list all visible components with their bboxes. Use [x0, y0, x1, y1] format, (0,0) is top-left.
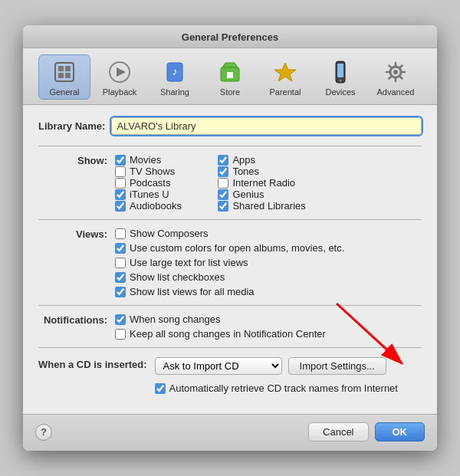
cancel-button[interactable]: Cancel [308, 422, 368, 442]
svg-line-21 [389, 66, 393, 69]
show-tvshows-checkbox[interactable] [115, 166, 126, 177]
cancel-label: Cancel [323, 426, 353, 438]
toolbar-sharing-label: Sharing [160, 87, 189, 97]
import-settings-button[interactable]: Import Settings... [288, 357, 386, 375]
views-largetext-checkbox[interactable] [115, 258, 126, 268]
views-label: Views: [38, 228, 115, 297]
notifications-notificationcenter-label: Keep all song changes in Notification Ce… [130, 328, 326, 340]
notifications-notificationcenter-checkbox[interactable] [115, 329, 126, 340]
views-showcomposers-row: Show Composers [115, 228, 344, 239]
cdinsert-section: When a CD is inserted: Ask to Import CD … [38, 356, 422, 394]
show-col2: Apps Tones Internet Radio Genius [218, 154, 305, 212]
library-name-label: Library Name: [38, 120, 105, 132]
advanced-icon [382, 58, 409, 86]
svg-line-24 [389, 76, 393, 79]
divider-3 [38, 305, 422, 306]
toolbar-devices[interactable]: Devices [314, 54, 366, 100]
content-area: Library Name: Show: Movies TV Shows [23, 105, 437, 408]
toolbar-devices-label: Devices [325, 87, 355, 97]
views-customcolors-checkbox[interactable] [115, 243, 126, 254]
library-name-row: Library Name: [38, 117, 422, 135]
show-itunesu-checkbox[interactable] [115, 189, 126, 200]
show-movies-row: Movies [115, 154, 202, 166]
svg-line-22 [399, 76, 402, 79]
show-apps-row: Apps [218, 154, 305, 166]
toolbar-playback-label: Playback [103, 87, 137, 97]
views-listviewsall-row: Show list views for all media [115, 286, 344, 297]
help-button[interactable]: ? [35, 424, 52, 441]
cdinsert-dropdown[interactable]: Ask to Import CD Import CD Import CD and… [155, 357, 282, 375]
ok-button[interactable]: OK [375, 422, 426, 442]
views-listcheckboxes-checkbox[interactable] [115, 272, 126, 283]
playback-icon [106, 58, 133, 86]
import-settings-label: Import Settings... [300, 360, 375, 372]
show-podcasts-checkbox[interactable] [115, 178, 126, 189]
show-genius-checkbox[interactable] [218, 189, 228, 200]
show-audiobooks-row: Audiobooks [115, 200, 202, 212]
notifications-songchanges-checkbox[interactable] [115, 314, 126, 325]
show-sharedlibraries-row: Shared Libraries [218, 200, 305, 212]
cdinsert-controls: Ask to Import CD Import CD Import CD and… [155, 357, 398, 375]
footer: ? Cancel OK [23, 414, 437, 451]
show-tones-checkbox[interactable] [218, 166, 228, 177]
preferences-window: General Preferences General [23, 25, 437, 451]
views-largetext-row: Use large text for list views [115, 257, 344, 268]
show-internetradio-label: Internet Radio [232, 177, 295, 189]
svg-text:♪: ♪ [172, 65, 178, 77]
show-itunesu-label: iTunes U [130, 189, 169, 200]
divider-4 [38, 347, 422, 348]
cdinsert-autoretrieve-checkbox[interactable] [155, 383, 166, 394]
help-label: ? [41, 426, 47, 438]
views-customcolors-label: Use custom colors for open albums, movie… [130, 242, 344, 254]
toolbar: General Playback ♪ Sharing [23, 48, 437, 105]
show-audiobooks-checkbox[interactable] [115, 201, 126, 212]
show-movies-checkbox[interactable] [115, 155, 126, 166]
window-title: General Preferences [182, 31, 278, 43]
show-podcasts-row: Podcasts [115, 177, 202, 189]
show-sharedlibraries-label: Shared Libraries [232, 200, 305, 212]
library-name-input[interactable] [111, 117, 422, 135]
show-sharedlibraries-checkbox[interactable] [218, 201, 228, 212]
toolbar-parental[interactable]: Parental [259, 54, 311, 100]
show-tvshows-row: TV Shows [115, 166, 202, 177]
notifications-songchanges-row: When song changes [115, 314, 326, 325]
svg-rect-2 [65, 66, 71, 71]
parental-icon [271, 58, 299, 86]
general-icon [51, 58, 78, 86]
views-content: Show Composers Use custom colors for ope… [115, 228, 344, 297]
svg-rect-0 [55, 63, 74, 81]
show-itunesu-row: iTunes U [115, 189, 202, 200]
notifications-section: Notifications: When song changes Keep al… [38, 314, 422, 340]
show-tvshows-label: TV Shows [130, 166, 175, 177]
cdinsert-autoretrieve-label: Automatically retrieve CD track names fr… [169, 382, 398, 394]
toolbar-general[interactable]: General [38, 54, 90, 100]
svg-rect-13 [337, 64, 343, 77]
svg-point-16 [393, 70, 398, 74]
views-listviewsall-label: Show list views for all media [130, 286, 255, 297]
toolbar-store-label: Store [220, 87, 240, 97]
show-genius-row: Genius [218, 189, 305, 200]
views-listviewsall-checkbox[interactable] [115, 287, 126, 297]
views-showcomposers-label: Show Composers [130, 228, 209, 239]
show-internetradio-checkbox[interactable] [218, 178, 228, 189]
toolbar-store[interactable]: Store [204, 54, 256, 100]
show-apps-checkbox[interactable] [218, 155, 228, 166]
titlebar: General Preferences [23, 25, 437, 48]
views-showcomposers-checkbox[interactable] [115, 228, 126, 239]
svg-rect-4 [65, 73, 71, 78]
toolbar-advanced[interactable]: Advanced [370, 54, 422, 100]
show-label: Show: [38, 154, 115, 212]
show-genius-label: Genius [232, 189, 264, 200]
cdinsert-autoretrieve-row: Automatically retrieve CD track names fr… [155, 382, 398, 394]
toolbar-sharing[interactable]: ♪ Sharing [149, 54, 201, 100]
toolbar-playback[interactable]: Playback [94, 54, 146, 100]
svg-line-23 [399, 66, 402, 69]
views-listcheckboxes-label: Show list checkboxes [130, 271, 225, 283]
show-audiobooks-label: Audiobooks [130, 200, 182, 212]
show-col1: Movies TV Shows Podcasts iTunes U [115, 154, 202, 212]
notifications-content: When song changes Keep all song changes … [115, 314, 326, 340]
devices-icon [327, 58, 354, 86]
store-icon [216, 58, 244, 86]
notifications-label: Notifications: [38, 314, 115, 340]
ok-label: OK [393, 426, 408, 438]
